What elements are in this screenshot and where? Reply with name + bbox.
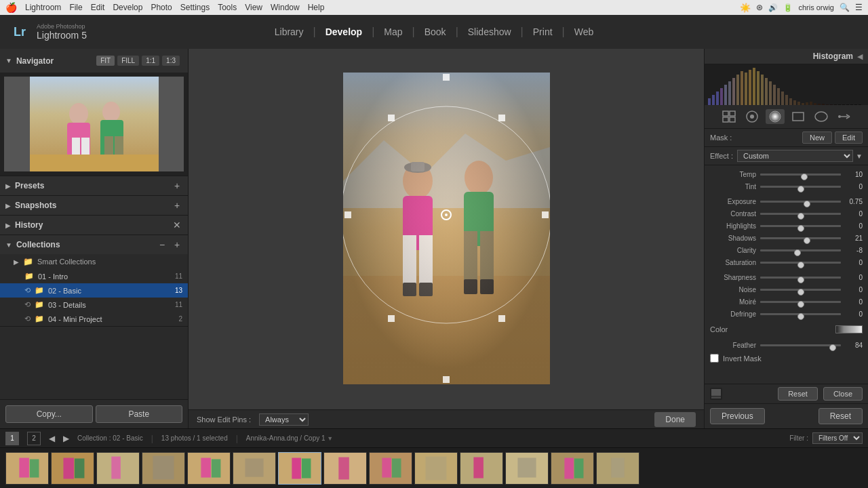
snapshots-header[interactable]: ▶ Snapshots + — [0, 196, 188, 215]
smart-collections-header[interactable]: ▶ 📁 Smart Collections — [0, 254, 188, 269]
tab-slideshow[interactable]: Slideshow — [460, 24, 519, 40]
clarity-slider[interactable] — [760, 245, 841, 255]
filmstrip-thumb-1[interactable] — [5, 452, 49, 485]
temp-slider[interactable] — [760, 169, 841, 179]
filmstrip-thumb-5[interactable] — [187, 452, 231, 485]
system-icon-search[interactable]: 🔍 — [840, 3, 850, 12]
shadows-thumb[interactable] — [804, 237, 810, 244]
feather-slider[interactable] — [760, 340, 841, 350]
filmstrip-thumb-13[interactable] — [551, 452, 594, 485]
menu-window[interactable]: Window — [271, 3, 300, 12]
rectangle-tool-icon[interactable] — [789, 109, 808, 124]
page-num-1[interactable]: 1 — [5, 432, 19, 445]
navigator-header[interactable]: ▼ Navigator FIT FILL 1:1 1:3 — [0, 49, 188, 73]
apple-menu[interactable]: 🍎 — [5, 2, 17, 13]
system-icon-menu[interactable]: ☰ — [855, 3, 863, 12]
moire-slider[interactable] — [760, 297, 841, 306]
contrast-slider[interactable] — [760, 209, 841, 218]
sharpness-thumb[interactable] — [797, 277, 804, 283]
close-local-button[interactable]: Close — [823, 387, 863, 401]
navigator-toggle[interactable]: ▼ — [5, 57, 12, 64]
defringe-thumb[interactable] — [797, 313, 804, 320]
clarity-thumb[interactable] — [794, 249, 801, 256]
tint-thumb[interactable] — [797, 186, 804, 192]
menu-photo[interactable]: Photo — [151, 3, 172, 12]
filmstrip-thumb-11[interactable] — [460, 452, 503, 485]
defringe-slider[interactable] — [760, 309, 841, 319]
noise-slider[interactable] — [760, 285, 841, 294]
history-header[interactable]: ▶ History ✕ — [0, 216, 188, 235]
previous-button[interactable]: Previous — [710, 408, 765, 424]
snapshots-toggle[interactable]: ▶ — [5, 202, 11, 209]
collections-header[interactable]: ▼ Collections − + — [0, 235, 188, 254]
menu-tools[interactable]: Tools — [218, 3, 237, 12]
menu-file[interactable]: File — [69, 3, 82, 12]
reset-local-button[interactable]: Reset — [778, 387, 818, 401]
ellipse-tool-icon[interactable] — [812, 109, 831, 124]
history-toggle[interactable]: ▶ — [5, 222, 11, 229]
filmstrip-thumb-9[interactable] — [369, 452, 412, 485]
saturation-thumb[interactable] — [797, 262, 804, 268]
color-swatch[interactable] — [835, 325, 863, 333]
collections-add-btn[interactable]: + — [172, 239, 182, 250]
filename-info[interactable]: Annika-Anna.dng / Copy 1 ▼ — [246, 434, 333, 442]
edit-mask-button[interactable]: Edit — [835, 131, 863, 144]
line-tool-icon[interactable] — [835, 109, 854, 124]
collection-item-intro[interactable]: 📁 01 - Intro 11 — [0, 269, 188, 283]
radial-gradient-tool-icon[interactable] — [766, 109, 785, 124]
histogram-collapse[interactable]: ◀ — [857, 52, 863, 61]
menu-settings[interactable]: Settings — [180, 3, 210, 12]
tab-develop[interactable]: Develop — [317, 24, 370, 40]
zoom-fill[interactable]: FILL — [117, 56, 139, 66]
filmstrip-thumb-8[interactable] — [323, 452, 367, 485]
highlights-slider[interactable] — [760, 221, 841, 230]
effect-select[interactable]: Custom Soften Skin Iris Enhance — [737, 150, 853, 162]
shadows-slider[interactable] — [760, 233, 841, 243]
tab-web[interactable]: Web — [566, 24, 602, 40]
reset-bottom-button[interactable]: Reset — [818, 408, 863, 424]
new-mask-button[interactable]: New — [802, 131, 832, 144]
filmstrip-thumb-6[interactable] — [233, 452, 276, 485]
zoom-fit[interactable]: FIT — [96, 56, 115, 66]
page-num-2[interactable]: 2 — [27, 432, 41, 445]
menu-lightroom[interactable]: Lightroom — [25, 3, 61, 12]
collections-toggle[interactable]: ▼ — [5, 241, 12, 249]
menu-help[interactable]: Help — [308, 3, 325, 12]
exposure-slider[interactable] — [760, 197, 841, 206]
done-button[interactable]: Done — [654, 412, 696, 427]
saturation-slider[interactable] — [760, 258, 841, 267]
tab-print[interactable]: Print — [525, 24, 561, 40]
smart-collections-toggle[interactable]: ▶ — [14, 258, 19, 266]
nav-next-arrow[interactable]: ▶ — [63, 434, 69, 443]
contrast-thumb[interactable] — [797, 213, 804, 220]
collection-item-details[interactable]: ⟲ 📁 03 - Details 11 — [0, 298, 188, 312]
filmstrip-thumb-10[interactable] — [414, 452, 458, 485]
menu-view[interactable]: View — [245, 3, 262, 12]
highlights-thumb[interactable] — [797, 225, 804, 232]
filmstrip-thumb-2[interactable] — [51, 452, 94, 485]
filter-select[interactable]: Filters Off Flagged Rated — [812, 432, 863, 444]
noise-thumb[interactable] — [797, 289, 804, 296]
sharpness-slider[interactable] — [760, 272, 841, 282]
collections-remove-btn[interactable]: − — [157, 239, 167, 250]
collection-item-basic[interactable]: ⟲ 📁 02 - Basic 13 — [0, 283, 188, 298]
paste-button[interactable]: Paste — [96, 405, 183, 423]
moire-thumb[interactable] — [797, 301, 804, 308]
copy-button[interactable]: Copy... — [5, 405, 93, 423]
feather-thumb[interactable] — [829, 344, 836, 351]
tab-map[interactable]: Map — [376, 24, 410, 40]
snapshots-add-btn[interactable]: + — [172, 200, 182, 211]
history-clear-btn[interactable]: ✕ — [172, 220, 182, 230]
tab-library[interactable]: Library — [267, 24, 312, 40]
temp-thumb[interactable] — [801, 174, 808, 180]
filmstrip-thumb-3[interactable] — [96, 452, 140, 485]
filmstrip-thumb-4[interactable] — [142, 452, 185, 485]
circle-tool-icon[interactable] — [743, 109, 762, 124]
edit-pins-select[interactable]: Always Never Selected — [259, 413, 309, 426]
tab-book[interactable]: Book — [416, 24, 454, 40]
invert-mask-checkbox[interactable] — [710, 354, 719, 363]
zoom-1-3[interactable]: 1:3 — [162, 56, 180, 66]
filmstrip-thumb-7[interactable] — [278, 452, 321, 485]
zoom-1-1[interactable]: 1:1 — [142, 56, 159, 66]
presets-toggle[interactable]: ▶ — [5, 182, 11, 190]
